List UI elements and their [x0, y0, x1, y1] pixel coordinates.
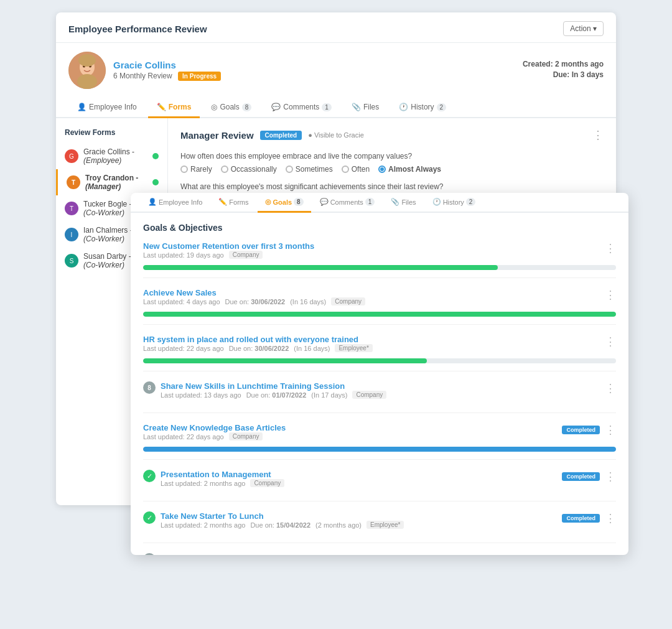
goal-4-more-icon[interactable]: ⋮ — [605, 381, 616, 395]
goal-3-progress-fill — [143, 358, 427, 363]
goal-item-1: New Customer Retention over first 3 mont… — [143, 241, 616, 278]
tab-goals[interactable]: ◎ Goals 8 — [202, 98, 260, 118]
goal-6-more-icon[interactable]: ⋮ — [605, 470, 616, 483]
tab-comments[interactable]: 💬 Comments 1 — [263, 98, 340, 118]
profile-subtitle: 6 Monthly Review In Progress — [113, 72, 221, 81]
overlay-tab-goals[interactable]: ◎ Goals 8 — [258, 193, 311, 213]
sidebar-avatar-ian: I — [65, 228, 78, 241]
goal-1-name[interactable]: New Customer Retention over first 3 mont… — [143, 241, 314, 251]
goal-7-name[interactable]: Take New Starter To Lunch — [161, 511, 404, 518]
goal-3-meta: Last updated: 22 days ago Due on: 30/06/… — [143, 344, 373, 352]
goal-5-progress-fill — [143, 447, 616, 452]
overlay-tabs: 👤 Employee Info ✏️ Forms ◎ Goals 8 💬 Com… — [131, 193, 628, 213]
page-title: Employee Performance Review — [68, 24, 207, 34]
action-button[interactable]: Action ▾ — [563, 21, 604, 36]
radio-occassionally[interactable]: Occassionally — [221, 165, 277, 174]
goal-5-more-icon[interactable]: ⋮ — [605, 423, 616, 437]
profile-info: Gracie Collins 6 Monthly Review In Progr… — [113, 60, 221, 81]
radio-often[interactable]: Often — [342, 165, 370, 174]
goal-7-completed-badge: Completed — [562, 514, 600, 518]
profile-section: Gracie Collins 6 Monthly Review In Progr… — [56, 43, 616, 98]
goal-item-6: ✓ Presentation to Management Last update… — [143, 470, 616, 501]
goal-item-3: HR system in place and rolled out with e… — [143, 335, 616, 371]
radio-rarely[interactable]: Rarely — [180, 165, 212, 174]
overlay-tab-employee-info[interactable]: 👤 Employee Info — [141, 193, 210, 213]
card-header: Employee Performance Review Action ▾ — [56, 12, 616, 43]
goal-2-more-icon[interactable]: ⋮ — [605, 288, 616, 302]
tabs-bar: 👤 Employee Info ✏️ Forms ◎ Goals 8 💬 Com… — [56, 98, 616, 118]
profile-name[interactable]: Gracie Collins — [113, 60, 221, 70]
form-title: Manager Review — [180, 130, 254, 141]
goal-5-meta: Last updated: 22 days ago Company — [143, 432, 286, 440]
sidebar-title: Review Forms — [56, 128, 167, 143]
goal-4-header: 8 Share New Skills in Lunchtime Training… — [143, 381, 616, 403]
goal-1-progress — [143, 265, 616, 270]
goal-7-more-icon[interactable]: ⋮ — [605, 511, 616, 518]
svg-point-2 — [77, 74, 97, 89]
svg-point-5 — [78, 54, 96, 67]
goal-1-more-icon[interactable]: ⋮ — [605, 241, 616, 255]
sidebar-avatar-gracie: G — [65, 149, 78, 163]
overlay-tab-history[interactable]: 🕐 History 2 — [425, 193, 483, 213]
goal-item-4: 8 Share New Skills in Lunchtime Training… — [143, 381, 616, 413]
goal-3-progress — [143, 358, 616, 363]
radio-sometimes[interactable]: Sometimes — [286, 165, 333, 174]
goal-6-name[interactable]: Presentation to Management — [161, 470, 284, 479]
radio-almost-always[interactable]: Almost Always — [378, 165, 441, 174]
more-options-icon[interactable]: ⋮ — [592, 128, 604, 142]
goal-4-number: 8 — [143, 381, 156, 394]
overlay-tab-forms[interactable]: ✏️ Forms — [211, 193, 256, 213]
status-badge: In Progress — [178, 72, 221, 81]
goal-4-name[interactable]: Share New Skills in Lunchtime Training S… — [161, 381, 386, 391]
goal-6-check-icon: ✓ — [143, 470, 156, 482]
ov-emp-icon: 👤 — [148, 198, 157, 206]
goal-2-meta: Last updated: 4 days ago Due on: 30/06/2… — [143, 297, 365, 305]
ov-history-icon: 🕐 — [432, 198, 441, 206]
goal-item-2: Achieve New Sales Last updated: 4 days a… — [143, 288, 616, 325]
profile-meta: Created: 2 months ago Due: In 3 days — [523, 60, 604, 81]
goal-3-name[interactable]: HR system in place and rolled out with e… — [143, 335, 373, 344]
profile-left: Gracie Collins 6 Monthly Review In Progr… — [68, 52, 221, 89]
form-status-badge: Completed — [260, 131, 302, 140]
ov-files-icon: 📎 — [391, 198, 399, 206]
ov-goals-icon: ◎ — [265, 198, 271, 206]
forms-icon: ✏️ — [157, 103, 166, 111]
goal-5-progress — [143, 447, 616, 452]
avatar — [68, 52, 106, 89]
sidebar-item-gracie[interactable]: G Gracie Collins - (Employee) — [56, 143, 167, 169]
goal-item-7: ✓ Take New Starter To Lunch Last updated… — [143, 511, 616, 518]
goal-5-header: Create New Knowledge Base Articles Last … — [143, 423, 616, 444]
tab-files[interactable]: 📎 Files — [343, 98, 388, 118]
overlay-goals-card: 👤 Employee Info ✏️ Forms ◎ Goals 8 💬 Com… — [131, 193, 628, 518]
goal-2-progress — [143, 312, 616, 317]
sidebar-avatar-tucker: T — [65, 202, 78, 215]
visible-label: ● Visible to Gracie — [308, 131, 364, 139]
goal-2-header: Achieve New Sales Last updated: 4 days a… — [143, 288, 616, 309]
status-dot-gracie — [152, 153, 159, 159]
overlay-tab-comments[interactable]: 💬 Comments 1 — [312, 193, 383, 213]
overlay-tab-files[interactable]: 📎 Files — [383, 193, 423, 213]
goal-1-progress-fill — [143, 265, 498, 270]
sidebar-avatar-susan: S — [65, 254, 78, 268]
goal-2-progress-fill — [143, 312, 616, 317]
ov-comments-icon: 💬 — [320, 198, 329, 206]
goal-5-name[interactable]: Create New Knowledge Base Articles — [143, 423, 286, 432]
sidebar-item-troy[interactable]: T Troy Crandon - (Manager) — [56, 169, 167, 195]
files-icon: 📎 — [352, 103, 361, 111]
tab-history[interactable]: 🕐 History 2 — [390, 98, 455, 118]
history-icon: 🕐 — [399, 103, 408, 111]
goals-icon: ◎ — [211, 103, 217, 111]
question-1-text: How often does this employee embrace and… — [180, 152, 604, 161]
question-1: How often does this employee embrace and… — [180, 152, 604, 174]
goal-7-check-icon: ✓ — [143, 511, 156, 518]
goal-6-header: ✓ Presentation to Management Last update… — [143, 470, 616, 491]
goals-section-title: Goals & Objectives — [143, 223, 616, 233]
tab-forms[interactable]: ✏️ Forms — [148, 98, 200, 118]
goal-2-name[interactable]: Achieve New Sales — [143, 288, 365, 297]
overlay-content: Goals & Objectives New Customer Retentio… — [131, 213, 628, 518]
tab-employee-info[interactable]: 👤 Employee Info — [68, 98, 146, 118]
goal-4-meta: Last updated: 13 days ago Due on: 01/07/… — [161, 391, 386, 399]
goal-3-more-icon[interactable]: ⋮ — [605, 335, 616, 348]
goal-6-meta: Last updated: 2 months ago Company — [161, 479, 284, 487]
goal-item-5: Create New Knowledge Base Articles Last … — [143, 423, 616, 460]
